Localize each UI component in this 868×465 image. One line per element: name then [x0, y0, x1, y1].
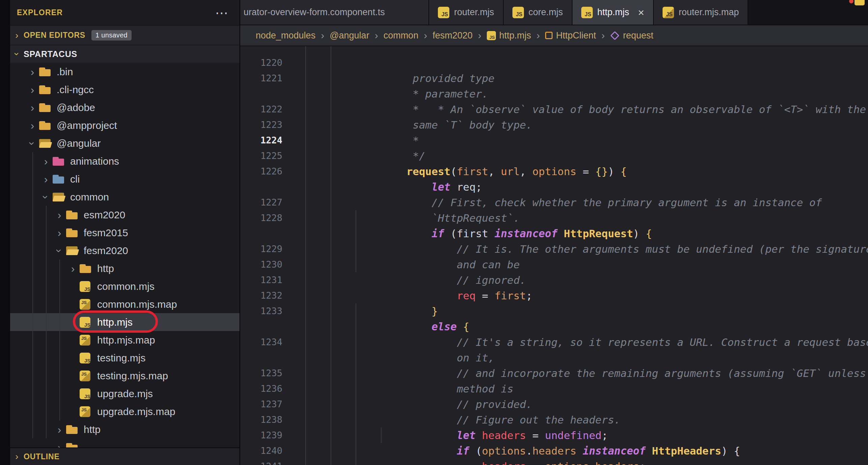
tree-chevron-icon[interactable] [26, 138, 38, 149]
tree-item[interactable]: http [10, 420, 240, 438]
tree-item[interactable]: fesm2020 [10, 242, 240, 259]
code-line: 1239 headers = options.headers; [240, 428, 868, 443]
breadcrumb-separator: › [424, 30, 427, 41]
tree-chevron-icon[interactable] [53, 424, 65, 435]
class-symbol-icon [545, 32, 553, 39]
editor-actions-icon[interactable] [855, 0, 865, 5]
tree-item[interactable]: http [10, 259, 240, 277]
code-text: // Figure out the headers. [282, 381, 620, 396]
tree-item[interactable]: @ampproject [10, 116, 240, 134]
breadcrumb-item-request[interactable]: request [610, 30, 653, 41]
line-number [240, 179, 282, 195]
workspace-section[interactable]: SPARTACUS [10, 45, 240, 63]
code-text: // It's a string, so it represents a URL… [282, 303, 868, 319]
tree-item[interactable]: http.mjs.map [10, 331, 240, 349]
code-token: HttpHeaders [652, 445, 721, 457]
tree-chevron-icon[interactable] [53, 245, 65, 256]
tree-item[interactable]: fesm2015 [10, 224, 240, 242]
code-token: instanceof [583, 445, 646, 457]
tree-item-label: esm2020 [84, 209, 125, 221]
tree-item[interactable]: http.mjs [10, 313, 240, 331]
tree-chevron-icon[interactable] [26, 66, 38, 77]
file-icon [79, 335, 92, 346]
tab-router-mjs-map[interactable]: router.mjs.map [654, 0, 749, 25]
code-text: // ignored. [282, 241, 526, 257]
tree-chevron-icon[interactable] [26, 84, 38, 95]
code-token: = [476, 290, 495, 302]
outline-section[interactable]: OUTLINE [10, 447, 240, 465]
tree-item[interactable]: animations [10, 152, 240, 170]
tree-chevron-icon[interactable] [26, 102, 38, 113]
tree-item[interactable]: .cli-ngcc [10, 81, 240, 99]
code-text: on it, [282, 319, 495, 334]
tree-chevron-icon[interactable] [40, 174, 52, 185]
explorer-sidebar: EXPLORER ⋯ OPEN EDITORS 1 unsaved SPARTA… [10, 0, 240, 465]
tree-chevron-icon[interactable] [53, 210, 65, 220]
breadcrumb-item-angular[interactable]: @angular [330, 30, 369, 41]
tab-configurator-overview-form[interactable]: urator-overview-form.component.ts [240, 0, 429, 25]
tree-item[interactable]: testing.mjs [10, 349, 240, 367]
code-token: { [646, 227, 652, 240]
tab-http-mjs[interactable]: http.mjs × [572, 0, 654, 25]
more-actions-icon[interactable]: ⋯ [215, 6, 240, 19]
tree-chevron-icon[interactable] [40, 192, 52, 202]
tree-item[interactable]: @adobe [10, 99, 240, 116]
chevron-right-icon [10, 452, 24, 461]
tree-item[interactable]: common.mjs [10, 277, 240, 295]
tree-chevron-icon[interactable] [40, 156, 52, 167]
js-file-icon [581, 7, 593, 18]
tree-item-label: testing.mjs [97, 352, 145, 364]
open-editors-section[interactable]: OPEN EDITORS 1 unsaved [10, 25, 240, 45]
file-icon [65, 210, 79, 220]
file-tree: .bin .cli-ngcc @adobe @amppro [10, 63, 240, 456]
code-token: HttpRequest [564, 227, 633, 240]
tree-item[interactable]: cli [10, 170, 240, 188]
code-line: 1237 let headers = undefined; [240, 396, 868, 412]
tab-router-mjs[interactable]: router.mjs [429, 0, 504, 25]
code-text: provided type [282, 46, 495, 55]
breadcrumb-item-common[interactable]: common [384, 30, 419, 41]
breadcrumb-item-httpclient[interactable]: HttpClient [545, 30, 596, 41]
code-text: */ [282, 117, 425, 133]
tree-chevron-icon[interactable] [26, 120, 38, 131]
line-number: 1241 [240, 459, 282, 465]
code-token [646, 445, 652, 457]
line-number: 1223 [240, 117, 282, 133]
tree-item[interactable]: common [10, 188, 240, 206]
tab-core-mjs[interactable]: core.mjs [504, 0, 572, 25]
code-line: `HttpRequest`. [240, 179, 868, 195]
close-icon[interactable]: × [638, 7, 644, 18]
breadcrumb-separator: › [321, 30, 324, 41]
code-text: * parameter. [282, 55, 488, 71]
file-icon [79, 263, 92, 274]
tree-item[interactable]: upgrade.mjs.map [10, 403, 240, 420]
tree-item[interactable]: esm2020 [10, 206, 240, 224]
breadcrumb-separator: › [478, 30, 481, 41]
code-text: `HttpRequest`. [282, 179, 520, 195]
breadcrumb-item-http-mjs[interactable]: http.mjs [487, 30, 531, 41]
code-editor[interactable]: provided type 1220 * parameter. 1221 [240, 46, 868, 465]
file-icon [38, 66, 52, 77]
tree-item-label: upgrade.mjs.map [97, 406, 175, 417]
tree-item-label: upgrade.mjs [97, 388, 153, 400]
breadcrumb-item-node-modules[interactable]: node_modules [256, 30, 315, 41]
code-text: let req; [282, 148, 482, 164]
tree-item[interactable]: @angular [10, 134, 240, 152]
tree-item-label: testing.mjs.map [97, 370, 168, 382]
code-text: * [282, 102, 419, 117]
code-text: else { [282, 288, 469, 303]
code-text: request(first, url, options = {}) { [282, 133, 627, 148]
tree-item-label: animations [70, 156, 119, 167]
tree-chevron-icon[interactable] [67, 263, 79, 274]
tree-item[interactable]: common.mjs.map [10, 295, 240, 313]
breadcrumb-item-fesm2020[interactable]: fesm2020 [432, 30, 473, 41]
tree-item[interactable]: .bin [10, 63, 240, 81]
tree-item-label: common.mjs [97, 281, 155, 292]
tab-label: router.mjs.map [679, 7, 739, 18]
tree-item[interactable]: upgrade.mjs [10, 385, 240, 403]
line-number: 1234 [240, 334, 282, 350]
code-text: if (first instanceof HttpRequest) { [282, 195, 652, 210]
tree-chevron-icon[interactable] [53, 227, 65, 238]
editor-area: urator-overview-form.component.ts router… [240, 0, 868, 465]
tree-item[interactable]: testing.mjs.map [10, 367, 240, 385]
